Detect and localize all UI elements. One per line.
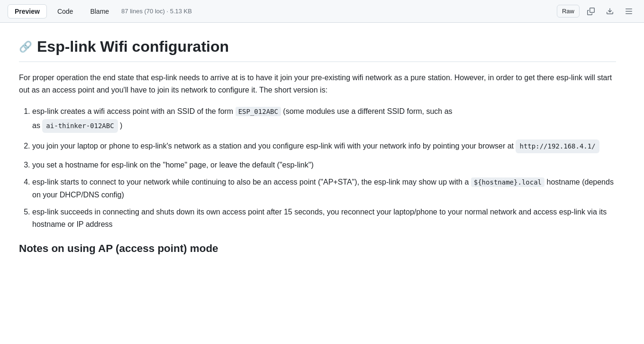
list-item: esp-link succeeds in connecting and shut… (32, 206, 616, 231)
list-item: you join your laptop or phone to esp-lin… (32, 139, 616, 154)
list-item: esp-link creates a wifi access point wit… (32, 105, 616, 133)
code-url: http://192.168.4.1/ (516, 139, 599, 153)
toolbar-actions: Raw (557, 5, 636, 18)
list-item: esp-link starts to connect to your netwo… (32, 176, 616, 201)
section-heading: Notes on using AP (access point) mode (19, 242, 616, 255)
tab-blame[interactable]: Blame (83, 5, 116, 18)
code-ai-thinker: ai-thinker-012ABC (42, 119, 118, 133)
toolbar-tabs: Preview Code Blame 87 lines (70 loc) · 5… (8, 4, 192, 19)
raw-button[interactable]: Raw (557, 5, 580, 18)
code-hostname: ${hostname}.local (471, 177, 544, 187)
step5-text: esp-link succeeds in connecting and shut… (32, 208, 607, 228)
list-item: you set a hostname for esp-link on the "… (32, 159, 616, 171)
lines-button[interactable] (621, 5, 636, 18)
page-title: 🔗 Esp-link Wifi configuration (19, 38, 616, 56)
step3-text: you set a hostname for esp-link on the "… (32, 161, 314, 169)
step1-text2: (some modules use a different SSID form,… (281, 107, 453, 115)
tab-preview[interactable]: Preview (8, 4, 47, 19)
toolbar: Preview Code Blame 87 lines (70 loc) · 5… (0, 0, 644, 23)
anchor-icon: 🔗 (19, 40, 32, 53)
step1-paren: ) (118, 121, 123, 130)
step2-text: you join your laptop or phone to esp-lin… (32, 142, 516, 150)
intro-paragraph: For proper operation the end state that … (19, 72, 616, 96)
step1-text1: esp-link creates a wifi access point wit… (32, 107, 236, 115)
tab-code[interactable]: Code (51, 5, 80, 18)
steps-list: esp-link creates a wifi access point wit… (19, 105, 616, 231)
copy-button[interactable] (583, 5, 599, 18)
code-esp012abc: ESP_012ABC (236, 107, 281, 116)
title-divider (19, 61, 616, 62)
download-button[interactable] (602, 5, 617, 18)
step1-as: as (32, 121, 42, 130)
file-meta: 87 lines (70 loc) · 5.13 KB (121, 8, 192, 15)
main-content: 🔗 Esp-link Wifi configuration For proper… (0, 23, 635, 270)
step4-text1: esp-link starts to connect to your netwo… (32, 178, 471, 186)
